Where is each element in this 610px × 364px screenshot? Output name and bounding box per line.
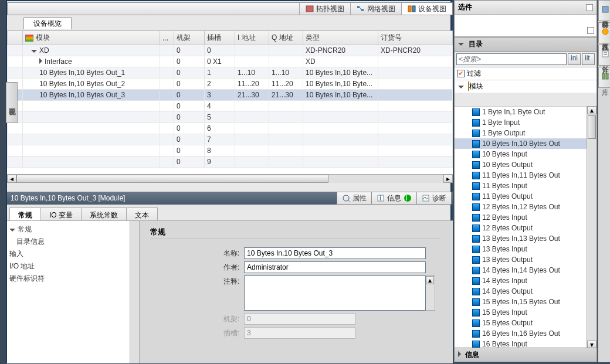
nav-general[interactable]: 常规 xyxy=(7,223,130,236)
table-hscrollbar[interactable]: ◂ ▸ xyxy=(7,174,453,183)
catalog-item[interactable]: 1 Byte Input xyxy=(455,117,587,128)
search-down-button[interactable]: ini xyxy=(568,53,581,65)
catalog-item[interactable]: 10 Bytes Input xyxy=(455,149,587,159)
svg-rect-4 xyxy=(408,6,411,12)
device-overview-tab[interactable]: 设备概览 xyxy=(23,17,72,29)
catalog-item[interactable]: 15 Bytes Output xyxy=(455,318,587,328)
proptab-diagnostics[interactable]: 诊断 xyxy=(416,192,452,205)
textarea-scrollbar[interactable]: ▴ xyxy=(426,275,435,311)
property-tabs: 属性 i 信息 i 诊断 xyxy=(337,192,452,205)
nav-scrollbar[interactable] xyxy=(130,221,140,363)
table-row[interactable]: Interface00 X1XD xyxy=(8,56,453,67)
table-row[interactable]: 08 xyxy=(8,145,453,157)
tab-network[interactable]: 网络视图 xyxy=(350,3,401,15)
svg-text:i: i xyxy=(379,194,381,202)
catalog-search-input[interactable] xyxy=(456,53,567,65)
module-icon xyxy=(472,214,480,222)
module-icon xyxy=(472,172,480,179)
svg-text:ini: ini xyxy=(571,55,578,62)
svg-rect-15 xyxy=(602,6,608,12)
catalog-item[interactable]: 13 Bytes Output xyxy=(455,254,587,265)
catalog-item[interactable]: 13 Bytes Input xyxy=(455,244,587,254)
options-body-button[interactable] xyxy=(587,27,594,34)
catalog-item[interactable]: 14 Bytes Input xyxy=(455,275,587,286)
col-module: 模块 xyxy=(36,33,50,42)
rack-label: 机架: xyxy=(150,313,244,324)
catalog-bar[interactable]: 目录 xyxy=(455,37,597,52)
catalog-item[interactable]: 12 Bytes Input xyxy=(455,212,587,223)
catalog-item[interactable]: 16 Bytes In,16 Bytes Out xyxy=(455,328,587,339)
filter-label: 过滤 xyxy=(467,69,481,79)
catalog-item[interactable]: 12 Bytes In,12 Bytes Out xyxy=(455,202,587,212)
proptab-properties[interactable]: 属性 xyxy=(337,192,372,205)
col-rack: 机架 xyxy=(174,31,205,45)
property-form: 常规 名称: 作者: 注释: ▴ 机架: 插槽: xyxy=(142,221,449,363)
table-row[interactable]: 09 xyxy=(8,157,453,168)
proptab-info[interactable]: i 信息 i xyxy=(371,192,417,205)
scroll-up-button[interactable]: ▴ xyxy=(587,106,597,114)
nav-cataloginfo[interactable]: 目录信息 xyxy=(7,236,130,248)
table-row[interactable]: 10 Bytes In,10 Bytes Out_20211...2011...… xyxy=(8,79,453,90)
module-header-icon xyxy=(25,35,33,42)
options-collapse-button[interactable] xyxy=(586,4,593,11)
vtab-hwcatalog[interactable]: 硬件目录 xyxy=(598,0,610,21)
catalog-item[interactable]: 1 Byte Output xyxy=(455,128,587,138)
proptab-diag-label: 诊断 xyxy=(432,193,446,203)
catalog-item[interactable]: 12 Bytes Output xyxy=(455,223,587,233)
chevron-right-icon xyxy=(458,351,461,357)
table-row[interactable]: 07 xyxy=(8,134,453,145)
table-row[interactable]: 10 Bytes In,10 Bytes Out_1011...101...10… xyxy=(8,67,453,79)
table-row[interactable]: 06 xyxy=(8,123,453,134)
network-icon xyxy=(357,5,365,12)
author-input[interactable] xyxy=(244,261,426,273)
catalog-item[interactable]: 10 Bytes In,10 Bytes Out xyxy=(455,138,587,149)
tab-topology[interactable]: 拓扑视图 xyxy=(299,3,350,15)
name-label: 名称: xyxy=(150,247,244,258)
scroll-up-button[interactable]: ▴ xyxy=(426,276,434,284)
catalog-item[interactable]: 14 Bytes In,14 Bytes Out xyxy=(455,265,587,275)
nav-hwid[interactable]: 硬件标识符 xyxy=(7,273,130,285)
scroll-thumb[interactable] xyxy=(588,115,596,139)
catalog-item[interactable]: 14 Bytes Output xyxy=(455,286,587,297)
module-root-row[interactable]: 模块 xyxy=(455,80,597,93)
vtab-library[interactable]: 库 xyxy=(598,67,610,88)
catalog-item[interactable]: 15 Bytes Input xyxy=(455,307,587,318)
tab-topology-label: 拓扑视图 xyxy=(316,4,344,14)
catalog-item[interactable]: 11 Bytes In,11 Bytes Out xyxy=(455,170,587,181)
left-side-tab[interactable]: 设备视图 xyxy=(6,82,18,123)
col-iaddr: I 地址 xyxy=(235,31,269,45)
svg-rect-17 xyxy=(602,51,608,57)
svg-rect-5 xyxy=(412,6,415,12)
vtab-online[interactable]: 在线工具 xyxy=(598,22,610,43)
vtab-tasks[interactable]: 任务 xyxy=(598,45,610,66)
table-row[interactable]: 05 xyxy=(8,112,453,123)
svg-text:i: i xyxy=(406,194,408,202)
nav-ioaddr[interactable]: I/O 地址 xyxy=(7,260,130,273)
catalog-item[interactable]: 11 Bytes Input xyxy=(455,181,587,191)
scroll-left-button[interactable]: ◂ xyxy=(7,175,16,183)
table-row[interactable]: 04 xyxy=(8,101,453,112)
comment-textarea[interactable] xyxy=(244,275,426,311)
scroll-thumb[interactable] xyxy=(16,175,328,183)
info-icon: i xyxy=(377,194,385,202)
nav-input[interactable]: 输入 xyxy=(7,248,130,260)
tab-device[interactable]: 设备视图 xyxy=(401,3,452,15)
catalog-item[interactable]: 10 Bytes Output xyxy=(455,159,587,170)
catalog-item[interactable]: 1 Byte In,1 Byte Out xyxy=(455,107,587,117)
search-up-button[interactable]: iit xyxy=(582,53,595,65)
search-down-icon: ini xyxy=(570,55,578,63)
module-icon xyxy=(472,193,480,200)
scroll-right-button[interactable]: ▸ xyxy=(443,175,453,183)
catalog-vscrollbar[interactable]: ▴ ▾ xyxy=(587,106,597,349)
name-input[interactable] xyxy=(244,247,426,259)
catalog-item[interactable]: 13 Bytes In,13 Bytes Out xyxy=(455,233,587,244)
table-row[interactable]: XD00XD-PNCR20XD-PNCR20 xyxy=(8,45,453,56)
module-icon xyxy=(472,235,480,243)
catalog-item[interactable]: 11 Bytes Output xyxy=(455,191,587,202)
table-row[interactable]: 10 Bytes In,10 Bytes Out_30321...3021...… xyxy=(8,90,453,101)
info-bar[interactable]: 信息 xyxy=(455,348,597,362)
property-body: 常规 目录信息 输入 I/O 地址 硬件标识符 常规 名称: 作者: 注释: ▴ xyxy=(7,220,453,363)
module-icon xyxy=(472,330,480,338)
catalog-item[interactable]: 15 Bytes In,15 Bytes Out xyxy=(455,297,587,307)
filter-checkbox[interactable]: ✔ xyxy=(457,70,465,77)
